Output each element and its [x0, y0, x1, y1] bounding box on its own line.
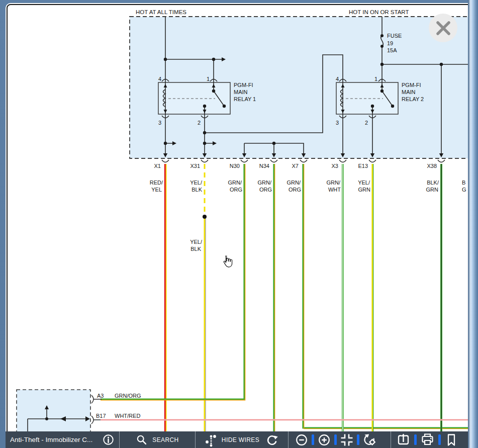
refresh-button[interactable] — [265, 433, 278, 446]
fuse-number: 19 — [387, 40, 393, 46]
relay1-pin3: 3 — [158, 120, 161, 126]
search-icon — [136, 434, 148, 446]
close-icon — [435, 20, 452, 37]
relay1-pin2: 2 — [198, 120, 201, 126]
wire-n30-stripe — [101, 164, 245, 400]
zoom-out-icon — [295, 433, 308, 446]
print-icon — [421, 433, 434, 446]
wire-color-labels: RED/ YEL YEL/ BLK GRN/ ORG GRN/ ORG GRN/… — [150, 180, 466, 252]
relay2-name-3: RELAY 2 — [402, 96, 424, 102]
fuse-name: FUSE — [387, 33, 402, 39]
svg-text:YEL/: YEL/ — [190, 239, 203, 245]
relay1-name-3: RELAY 1 — [234, 96, 256, 102]
hide-wires-label: HIDE WIRES — [222, 436, 259, 443]
export-button[interactable] — [397, 433, 410, 446]
hide-wires-button[interactable]: HIDE WIRES — [205, 433, 259, 447]
print-button[interactable] — [421, 433, 434, 446]
export-icon — [397, 433, 410, 446]
svg-text:B: B — [462, 180, 465, 186]
toolbar-accent-bar — [357, 434, 359, 445]
toolbar-accent-bar — [438, 434, 441, 445]
toolbar-title-section: Anti-Theft - Immobilizer C... — [6, 431, 119, 448]
refresh-icon — [265, 433, 278, 446]
connector-x38[interactable]: X38 — [427, 163, 437, 169]
fit-to-screen-icon — [340, 433, 353, 446]
svg-text:BLK/: BLK/ — [427, 180, 439, 186]
window-right-edge[interactable] — [468, 0, 478, 448]
hide-wires-icon — [205, 433, 218, 447]
svg-text:YEL: YEL — [151, 187, 162, 193]
power-label-left: HOT AT ALL TIMES — [136, 9, 186, 15]
zoom-out-button[interactable] — [295, 433, 308, 446]
svg-text:ORG: ORG — [259, 187, 272, 193]
connector-x3[interactable]: X3 — [332, 163, 338, 169]
zoom-in-icon — [318, 433, 331, 446]
fit-to-screen-button[interactable] — [340, 433, 353, 446]
component-dot — [45, 417, 48, 420]
bookmark-icon — [445, 433, 458, 446]
power-label-right: HOT IN ON OR START — [349, 9, 409, 15]
svg-text:ORG: ORG — [230, 187, 242, 193]
mouse-cursor-hand — [222, 255, 233, 268]
toolbar-accent-bar — [334, 434, 337, 445]
search-button[interactable]: SEARCH — [120, 431, 195, 448]
connector-n34[interactable]: N34 — [259, 163, 269, 169]
fuse-rating: 15A — [387, 47, 397, 53]
pin-a3-wire-label: GRN/ORG — [115, 393, 141, 399]
splice-dot[interactable] — [203, 215, 207, 219]
connector-x7[interactable]: X7 — [292, 163, 299, 169]
rotate-button[interactable] — [363, 433, 377, 446]
svg-text:GRN/: GRN/ — [258, 180, 272, 186]
relay1-pin4: 4 — [158, 76, 161, 82]
svg-text:GRN: GRN — [426, 187, 439, 193]
relay1-pin1: 1 — [207, 76, 210, 82]
relay1-name-2: MAIN — [234, 89, 248, 95]
wires — [93, 164, 468, 431]
relay2-pin2: 2 — [365, 120, 368, 126]
wire-x7-stripe — [304, 164, 468, 429]
zoom-controls-section — [289, 431, 391, 448]
svg-text:G: G — [462, 187, 466, 193]
hide-wires-section: HIDE WIRES — [196, 431, 288, 448]
pin-b17-wire-label: WHT/RED — [115, 413, 140, 419]
svg-text:GRN: GRN — [358, 187, 371, 193]
file-actions-section — [391, 431, 478, 448]
svg-text:YEL/: YEL/ — [190, 180, 203, 186]
svg-text:BLK: BLK — [190, 246, 201, 252]
connector-e13[interactable]: E13 — [358, 163, 368, 169]
connector-x1[interactable]: X1 — [154, 163, 161, 169]
wire-x7-grn-org[interactable] — [303, 164, 468, 428]
relay2-pin1: 1 — [374, 76, 377, 82]
search-label: SEARCH — [152, 436, 178, 443]
bottom-toolbar: Anti-Theft - Immobilizer C... SEARCH — [6, 431, 478, 448]
relay2-pin3: 3 — [336, 120, 339, 126]
bookmark-button[interactable] — [445, 433, 458, 446]
svg-text:BLK: BLK — [192, 187, 202, 193]
toolbar-accent-bar — [414, 434, 417, 445]
connector-x31[interactable]: X31 — [190, 163, 200, 169]
info-button[interactable] — [102, 433, 115, 446]
svg-text:GRN/: GRN/ — [228, 180, 242, 186]
relay2-box[interactable] — [336, 82, 398, 114]
connector-n30[interactable]: N30 — [230, 163, 240, 169]
toolbar-accent-bar — [312, 434, 314, 445]
rotate-icon — [363, 433, 377, 446]
pin-b17-label[interactable]: B17 — [96, 413, 106, 419]
relay2-name-2: MAIN — [402, 89, 416, 95]
wire-n30-grn-org[interactable] — [101, 164, 244, 399]
svg-text:WHT: WHT — [328, 187, 341, 193]
svg-text:RED/: RED/ — [150, 180, 163, 186]
svg-text:YEL/: YEL/ — [358, 180, 370, 186]
svg-text:GRN/: GRN/ — [287, 180, 301, 186]
zoom-in-button[interactable] — [318, 433, 331, 446]
relay2-pin4: 4 — [336, 76, 339, 82]
close-button[interactable] — [429, 14, 457, 42]
wiring-diagram-canvas[interactable]: HOT AT ALL TIMES HOT IN ON OR START FUSE — [0, 0, 478, 448]
diagram-title: Anti-Theft - Immobilizer C... — [10, 436, 92, 443]
relay1-name-1: PGM-FI — [234, 82, 253, 88]
pin-a3-label[interactable]: A3 — [97, 393, 104, 399]
svg-text:ORG: ORG — [289, 187, 301, 193]
relay2-name-1: PGM-FI — [402, 82, 421, 88]
svg-text:GRN/: GRN/ — [327, 180, 341, 186]
info-icon — [102, 433, 115, 446]
